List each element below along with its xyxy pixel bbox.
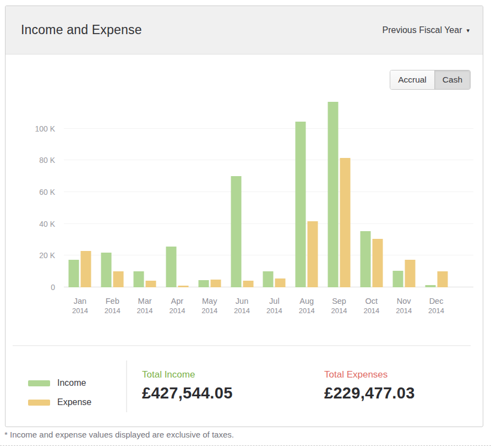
expense-bar-mar[interactable] xyxy=(146,281,156,287)
total-expenses-value: £229,477.03 xyxy=(324,384,415,402)
income-bar-dec[interactable] xyxy=(425,285,435,287)
bar-group-sep: Sep2014 xyxy=(323,97,356,287)
income-bar-feb[interactable] xyxy=(101,253,112,287)
page-title: Income and Expense xyxy=(21,23,142,37)
bar-group-jun: Jun2014 xyxy=(226,97,258,287)
legend-label: Income xyxy=(57,378,86,388)
bars-row: Jan2014Feb2014Mar2014Apr2014May2014Jun20… xyxy=(64,97,452,287)
legend-label: Expense xyxy=(57,397,91,407)
bar-group-oct: Oct2014 xyxy=(355,97,388,287)
income-swatch xyxy=(28,380,50,386)
y-tick-label: 80 K xyxy=(21,155,55,165)
income-expense-card: Income and Expense Previous Fiscal Year … xyxy=(5,6,483,427)
total-expenses-label: Total Expenses xyxy=(324,369,415,380)
bar-group-aug: Aug2014 xyxy=(291,97,323,287)
accounting-basis-toggle: Accrual Cash xyxy=(390,70,471,90)
income-bar-mar[interactable] xyxy=(134,271,144,287)
bar-group-may: May2014 xyxy=(193,97,226,287)
accrual-button[interactable]: Accrual xyxy=(390,70,434,89)
total-income-label: Total Income xyxy=(142,369,233,380)
legend-item-expense: Expense xyxy=(28,397,91,407)
expense-bar-may[interactable] xyxy=(210,280,221,287)
bar-group-jul: Jul2014 xyxy=(258,97,291,287)
card-header: Income and Expense Previous Fiscal Year … xyxy=(6,6,483,54)
total-income-block: Total Income £427,544.05 xyxy=(142,369,233,402)
income-bar-jan[interactable] xyxy=(69,260,79,287)
fiscal-period-label: Previous Fiscal Year xyxy=(383,25,462,35)
income-expense-widget: Income and Expense Previous Fiscal Year … xyxy=(0,0,491,448)
bar-group-jan: Jan2014 xyxy=(64,97,96,287)
y-tick-label: 100 K xyxy=(21,124,55,134)
bar-group-mar: Mar2014 xyxy=(129,97,161,287)
income-bar-may[interactable] xyxy=(198,280,209,287)
tax-exclusive-footnote: * Income and expense values displayed ar… xyxy=(4,430,234,439)
expense-bar-oct[interactable] xyxy=(372,239,383,287)
expense-swatch xyxy=(28,400,50,406)
expense-bar-feb[interactable] xyxy=(113,271,124,287)
income-bar-jun[interactable] xyxy=(231,176,241,287)
income-bar-sep[interactable] xyxy=(328,102,339,287)
y-tick-label: 60 K xyxy=(21,187,55,197)
income-bar-nov[interactable] xyxy=(392,271,403,287)
bar-group-dec: Dec2014 xyxy=(420,97,452,287)
expense-bar-aug[interactable] xyxy=(308,221,318,287)
income-bar-apr[interactable] xyxy=(166,247,176,287)
y-tick-label: 0 xyxy=(21,282,55,292)
bar-group-feb: Feb2014 xyxy=(96,97,129,287)
cash-button[interactable]: Cash xyxy=(434,70,470,89)
total-expenses-block: Total Expenses £229,477.03 xyxy=(324,369,415,402)
total-income-value: £427,544.05 xyxy=(142,384,233,402)
chevron-down-icon: ▾ xyxy=(466,26,470,34)
plot-area: 020 K40 K60 K80 K100 K Jan2014Feb2014Mar… xyxy=(64,97,473,287)
expense-bar-jan[interactable] xyxy=(81,251,91,287)
x-axis-label-dec: Dec2014 xyxy=(417,297,456,315)
vertical-separator xyxy=(126,360,127,412)
y-tick-label: 40 K xyxy=(21,219,55,229)
expense-bar-dec[interactable] xyxy=(437,271,448,287)
card-footer: Income Expense Total Income £427,544.05 … xyxy=(6,345,483,427)
expense-bar-jul[interactable] xyxy=(275,278,286,287)
legend-item-income: Income xyxy=(28,378,91,388)
chart-section: Accrual Cash 020 K40 K60 K80 K100 K Jan2… xyxy=(6,54,483,345)
bottom-dashed-divider xyxy=(0,445,491,446)
chart-legend: Income Expense xyxy=(28,378,91,417)
expense-bar-jun[interactable] xyxy=(243,281,253,287)
income-bar-oct[interactable] xyxy=(360,231,370,287)
fiscal-period-dropdown[interactable]: Previous Fiscal Year ▾ xyxy=(383,25,470,35)
expense-bar-apr[interactable] xyxy=(178,286,188,287)
expense-bar-nov[interactable] xyxy=(405,260,415,287)
income-bar-aug[interactable] xyxy=(296,122,306,287)
income-bar-jul[interactable] xyxy=(263,271,274,287)
y-tick-label: 20 K xyxy=(21,250,55,260)
footer-divider xyxy=(13,345,471,346)
expense-bar-sep[interactable] xyxy=(340,158,351,287)
bar-group-nov: Nov2014 xyxy=(388,97,420,287)
bar-group-apr: Apr2014 xyxy=(161,97,193,287)
